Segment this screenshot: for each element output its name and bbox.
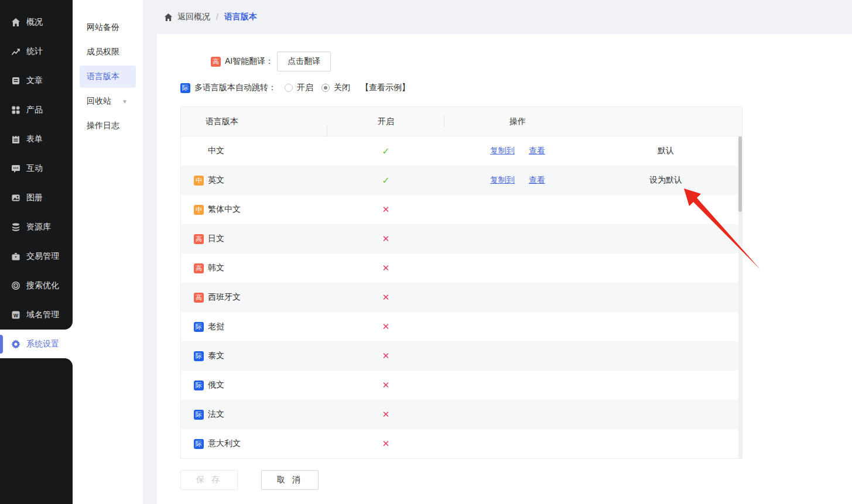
set-default-link[interactable]: 设为默认	[649, 175, 682, 184]
radio-enable[interactable]: 开启	[285, 83, 313, 93]
view-example-link[interactable]: 【查看示例】	[361, 83, 410, 93]
default-cell: 默认	[591, 146, 741, 156]
language-name-cell: 中文	[181, 146, 327, 156]
enabled-cell: ✕	[327, 409, 444, 420]
sidebar-item-3[interactable]: 文章	[0, 66, 73, 95]
enabled-cell: ✕	[327, 234, 444, 244]
language-name: 英文	[208, 175, 224, 186]
table-row: 中英文✓复制到查看设为默认	[181, 166, 742, 195]
table-scrollbar-track[interactable]	[738, 136, 742, 458]
cross-icon[interactable]: ✕	[382, 292, 390, 302]
submenu-item-4[interactable]: 回收站▼	[80, 90, 136, 112]
radio-enable-label: 开启	[297, 83, 313, 93]
translate-button[interactable]: 点击翻译	[277, 52, 331, 71]
radio-disable[interactable]: 关闭	[321, 83, 350, 93]
language-name-cell: 高日文	[181, 234, 327, 244]
check-icon[interactable]: ✓	[382, 176, 389, 186]
sidebar-item-label: 文章	[26, 76, 43, 86]
view-link[interactable]: 查看	[529, 146, 545, 156]
domain-icon: W	[11, 310, 20, 320]
cross-icon[interactable]: ✕	[382, 380, 390, 390]
table-row: 高西班牙文✕	[181, 283, 742, 312]
table-row: 际老挝✕	[181, 312, 742, 341]
svg-text:W: W	[13, 313, 19, 318]
cross-icon[interactable]: ✕	[382, 204, 390, 214]
sidebar-item-label: 搜索优化	[26, 280, 59, 291]
briefcase-icon	[11, 252, 20, 261]
sidebar-item-1[interactable]: 概况	[0, 8, 73, 37]
sidebar-item-label: 统计	[26, 46, 43, 57]
save-button[interactable]: 保 存	[180, 470, 238, 490]
content-card: 高 AI智能翻译： 点击翻译 际 多语言版本自动跳转： 开启 关闭 【查看示例】	[157, 34, 852, 504]
sidebar-item-label: 系统设置	[26, 339, 59, 349]
sidebar-item-7[interactable]: 图册	[0, 183, 73, 212]
form-icon	[11, 135, 20, 144]
products-icon	[11, 105, 20, 115]
table-row: 际法文✕	[181, 400, 742, 429]
submenu-item-3[interactable]: 语言版本	[80, 66, 136, 88]
language-name-cell: 际法文	[181, 409, 327, 420]
cross-icon[interactable]: ✕	[382, 409, 390, 419]
language-name-cell: 际老挝	[181, 321, 327, 332]
table-header-row: 语言版本 开启 操作	[181, 107, 742, 136]
header-divider	[327, 125, 327, 137]
sidebar-item-5[interactable]: 表单	[0, 125, 73, 154]
app-window: 概况统计文章产品表单互动图册资源库交易管理搜索优化W域名管理系统设置 网站备份成…	[0, 0, 852, 504]
sidebar-item-label: 互动	[26, 163, 43, 174]
sidebar-item-6[interactable]: 互动	[0, 154, 73, 183]
language-name-cell: 中英文	[181, 175, 327, 186]
sidebar-item-label: 图册	[26, 193, 43, 203]
header-enabled: 开启	[327, 116, 444, 127]
language-name-cell: 际泰文	[181, 351, 327, 361]
sidebar-item-4[interactable]: 产品	[0, 95, 73, 125]
chat-icon	[11, 164, 20, 173]
auto-jump-label: 多语言版本自动跳转：	[194, 83, 276, 93]
database-icon	[11, 222, 20, 232]
home-icon	[164, 13, 173, 22]
sidebar-item-9[interactable]: 交易管理	[0, 242, 73, 271]
cross-icon[interactable]: ✕	[382, 438, 390, 448]
cross-icon[interactable]: ✕	[382, 321, 390, 331]
view-link[interactable]: 查看	[529, 175, 545, 186]
copy-to-link[interactable]: 复制到	[490, 146, 515, 156]
submenu-item-5[interactable]: 操作日志	[80, 115, 136, 137]
enabled-cell: ✓	[327, 146, 444, 157]
sidebar-item-11[interactable]: W域名管理	[0, 300, 73, 330]
table-body: 中文✓复制到查看默认中英文✓复制到查看设为默认中繁体中文✕高日文✕高韩文✕高西班…	[181, 136, 742, 458]
default-cell: 设为默认	[591, 175, 741, 186]
language-name: 西班牙文	[208, 292, 241, 303]
auto-jump-row: 际 多语言版本自动跳转： 开启 关闭 【查看示例】	[180, 81, 852, 95]
sidebar-item-2[interactable]: 统计	[0, 37, 73, 66]
breadcrumb-back-link[interactable]: 返回概况	[177, 12, 210, 22]
table-scrollbar-thumb[interactable]	[738, 136, 742, 212]
table-row: 中文✓复制到查看默认	[181, 136, 742, 166]
language-name: 繁体中文	[208, 204, 241, 215]
primary-nav-list: 概况统计文章产品表单互动图册资源库交易管理搜索优化W域名管理系统设置	[0, 8, 73, 359]
language-name: 法文	[208, 409, 224, 420]
cross-icon[interactable]: ✕	[382, 263, 390, 273]
enabled-cell: ✕	[327, 351, 444, 361]
sidebar-item-12[interactable]: 系统设置	[0, 330, 73, 359]
submenu-item-2[interactable]: 成员权限	[80, 41, 136, 63]
sidebar-item-10[interactable]: 搜索优化	[0, 271, 73, 300]
level-badge-ji: 际	[194, 351, 204, 361]
table-row: 际泰文✕	[181, 341, 742, 371]
language-name: 意大利文	[208, 438, 241, 449]
submenu-item-label: 操作日志	[87, 121, 119, 131]
cross-icon[interactable]: ✕	[382, 234, 390, 244]
submenu-item-1[interactable]: 网站备份	[80, 16, 136, 39]
check-icon[interactable]: ✓	[382, 146, 389, 156]
chevron-down-icon: ▼	[122, 98, 128, 105]
cancel-button[interactable]: 取 消	[261, 470, 319, 490]
sidebar-item-8[interactable]: 资源库	[0, 212, 73, 242]
table-row: 高韩文✕	[181, 253, 742, 283]
actions-cell: 复制到查看	[444, 175, 591, 186]
sidebar-item-label: 域名管理	[26, 310, 59, 320]
copy-to-link[interactable]: 复制到	[490, 175, 515, 186]
table-row: 高日文✕	[181, 224, 742, 253]
language-name: 中文	[208, 146, 224, 156]
cross-icon[interactable]: ✕	[382, 351, 390, 361]
table-row: 中繁体中文✕	[181, 195, 742, 224]
gear-icon	[11, 340, 20, 349]
enabled-cell: ✕	[327, 438, 444, 449]
